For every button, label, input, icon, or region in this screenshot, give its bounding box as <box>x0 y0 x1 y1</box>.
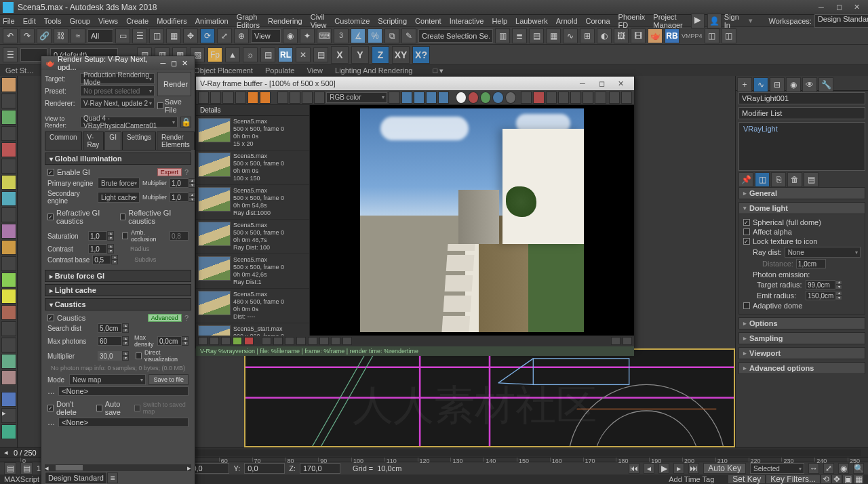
play-next-icon[interactable]: ▸ <box>673 463 684 474</box>
vfb-tool-icon[interactable] <box>401 92 412 104</box>
secondary-mult-spinner[interactable] <box>170 193 189 202</box>
menu-item[interactable]: Arnold <box>556 17 578 25</box>
vfb-btn[interactable] <box>233 337 242 345</box>
max-density-spinner[interactable] <box>157 336 182 346</box>
mode-combo[interactable]: New map <box>69 374 146 385</box>
tool-icon[interactable] <box>1 94 16 108</box>
rl-icon[interactable]: RL <box>278 47 293 62</box>
vfb-tool-icon[interactable] <box>456 92 467 104</box>
menu-item[interactable]: Phoenix FD <box>618 13 646 29</box>
select-region-icon[interactable]: ◫ <box>149 28 164 43</box>
tool-icon[interactable] <box>1 370 16 385</box>
emit-radius-spinner[interactable] <box>806 291 835 300</box>
vfb-tool-icon[interactable] <box>389 92 399 104</box>
rollout-advanced[interactable]: Advanced options <box>738 362 865 374</box>
extra-icon[interactable]: ◫ <box>722 28 736 43</box>
layer-btn[interactable]: ▤ <box>260 47 275 62</box>
dont-delete-checkbox[interactable] <box>47 405 54 411</box>
affect-alpha-checkbox[interactable] <box>743 228 750 235</box>
vfb-tool-icon[interactable] <box>426 92 437 104</box>
gi-section-header[interactable]: ▾ Global illumination <box>45 153 191 165</box>
resource-icon[interactable]: RB <box>665 28 679 43</box>
material-editor-icon[interactable]: ◐ <box>597 28 612 43</box>
vfb-tool-icon[interactable] <box>198 92 209 104</box>
tool-icon[interactable] <box>1 240 16 255</box>
angle-snap-icon[interactable]: ∡ <box>351 28 366 43</box>
primary-engine-combo[interactable]: Brute force <box>98 178 140 188</box>
bind-icon[interactable]: ≈ <box>71 28 85 43</box>
map-path-1[interactable] <box>58 386 189 396</box>
workspaces-combo[interactable]: Design Standard <box>814 14 868 28</box>
utilities-tab-icon[interactable]: 🔧 <box>818 77 833 92</box>
vfb-tool-icon[interactable] <box>290 92 300 104</box>
modifier-list-combo[interactable]: Modifier List <box>738 107 865 119</box>
history-item[interactable]: Scena5.max500 x 500, frame 00h 0m 46,7sR… <box>196 220 309 254</box>
vfb-tool-icon[interactable] <box>260 92 271 104</box>
menu-item[interactable]: Content <box>415 17 441 25</box>
rollout-sampling[interactable]: Sampling <box>738 332 865 344</box>
refcoord-combo[interactable] <box>251 29 281 43</box>
history-item[interactable]: Scena5_start.max800 x 800, frame 00h 0m … <box>196 323 309 336</box>
axis-x2-button[interactable]: X? <box>412 46 430 64</box>
scale-icon[interactable]: ⤢ <box>217 28 232 43</box>
layer-btn[interactable]: ✕ <box>296 47 311 62</box>
vfb-btn[interactable] <box>273 337 283 345</box>
render-button[interactable]: Render <box>157 72 191 96</box>
layer-btn[interactable]: ▲ <box>225 47 240 62</box>
set-key-button[interactable]: Set Key <box>728 475 766 484</box>
vfb-btn[interactable] <box>342 337 352 345</box>
vfb-tool-icon[interactable] <box>222 92 233 104</box>
vray-tab[interactable]: V-Ray <box>83 132 104 150</box>
rotate-icon[interactable]: ⟳ <box>200 28 215 43</box>
redo-icon[interactable]: ↷ <box>20 28 35 43</box>
ribbon-tab[interactable]: Lighting And Rendering <box>335 66 412 75</box>
spinner-snap-icon[interactable]: ⧉ <box>384 28 399 43</box>
primary-mult-spinner[interactable] <box>170 178 189 188</box>
saturation-spinner[interactable] <box>88 231 107 241</box>
vfb-tool-icon[interactable] <box>558 92 569 104</box>
vfb-tool-icon[interactable] <box>210 92 221 104</box>
light-cache-header[interactable]: ▸ Light cache <box>45 284 191 296</box>
enable-gi-checkbox[interactable] <box>47 169 54 176</box>
vfb-btn[interactable] <box>285 337 294 345</box>
sign-in[interactable]: Sign In <box>724 13 746 29</box>
spherical-checkbox[interactable] <box>743 219 750 226</box>
menu-item[interactable]: Scripting <box>378 17 407 25</box>
contrast-base-spinner[interactable] <box>92 255 111 264</box>
vfb-tool-icon[interactable] <box>468 92 479 104</box>
auto-key-button[interactable]: Auto Key <box>703 463 746 474</box>
maximize-button[interactable]: ◻ <box>830 1 848 14</box>
vfb-btn[interactable] <box>319 337 329 345</box>
tool-icon[interactable] <box>1 159 16 174</box>
filter-combo[interactable] <box>87 29 113 43</box>
tool-icon[interactable] <box>1 224 16 239</box>
layer-btn[interactable]: ☼ <box>243 47 258 62</box>
toggle-ribbon-icon[interactable]: ▦ <box>546 28 561 43</box>
vfb-btn[interactable] <box>221 337 231 345</box>
tool-icon[interactable] <box>1 191 16 206</box>
help-icon[interactable]: ⯈ <box>691 14 705 28</box>
play-start-icon[interactable]: ⏮ <box>629 463 639 474</box>
key-filters-button[interactable]: Key Filters... <box>766 475 821 484</box>
modifier-stack[interactable]: VRayLight <box>738 122 865 171</box>
expert-toggle[interactable]: Expert <box>157 168 182 176</box>
ribbon-tab[interactable]: View <box>307 66 323 75</box>
tool-icon[interactable] <box>1 305 16 320</box>
brute-force-header[interactable]: ▸ Brute force GI <box>45 270 191 282</box>
dialog-max-icon[interactable]: ◻ <box>169 59 180 68</box>
vfb-tool-icon[interactable] <box>492 92 503 104</box>
vfb-btn[interactable] <box>296 337 306 345</box>
vfb-max-icon[interactable]: ◻ <box>592 79 611 88</box>
ao-checkbox[interactable] <box>122 233 128 239</box>
vfb-tool-icon[interactable] <box>302 92 313 104</box>
menu-item[interactable]: Corona <box>586 17 610 25</box>
tool-icon[interactable] <box>1 424 16 439</box>
menu-item[interactable]: Graph Editors <box>237 13 260 29</box>
save-to-file-button[interactable]: Save to file <box>149 374 189 385</box>
vfb-tool-icon[interactable] <box>621 92 632 104</box>
render-frame-icon[interactable]: 🎞 <box>631 28 646 43</box>
motion-tab-icon[interactable]: ◉ <box>786 77 801 92</box>
pin-stack-icon[interactable]: 📌 <box>738 172 753 187</box>
secondary-engine-combo[interactable]: Light cache <box>98 192 140 203</box>
edit-selection-icon[interactable]: ✎ <box>401 28 416 43</box>
